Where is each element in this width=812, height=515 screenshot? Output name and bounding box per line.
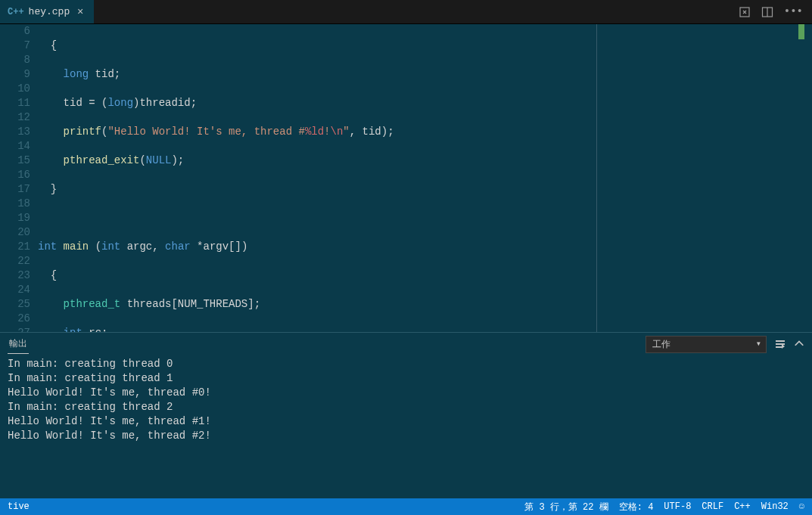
- tabs: C++ hey.cpp ×: [0, 0, 94, 23]
- output-channel-dropdown[interactable]: 工作: [646, 336, 767, 353]
- split-editor-icon[interactable]: [761, 5, 773, 17]
- panel-tab-output[interactable]: 輸出: [8, 334, 29, 354]
- output-panel: 輸出 工作 In main: creating thread 0 In main…: [0, 332, 812, 498]
- panel-chevron-icon[interactable]: [794, 339, 804, 349]
- close-tab-icon[interactable]: ×: [74, 6, 86, 18]
- tab-filename: hey.cpp: [29, 6, 70, 17]
- svg-rect-4: [776, 343, 785, 345]
- status-platform[interactable]: Win32: [761, 501, 789, 512]
- file-tab[interactable]: C++ hey.cpp ×: [0, 0, 94, 23]
- more-actions-icon[interactable]: •••: [784, 5, 803, 17]
- keyword: long: [64, 68, 89, 80]
- compare-icon[interactable]: [739, 5, 751, 17]
- code-text: tid;: [89, 68, 120, 80]
- output-content[interactable]: In main: creating thread 0 In main: crea…: [0, 355, 812, 498]
- status-feedback-icon[interactable]: ☺: [799, 501, 804, 512]
- status-encoding[interactable]: UTF-8: [664, 501, 691, 512]
- svg-rect-3: [776, 340, 785, 342]
- tab-bar: C++ hey.cpp × •••: [0, 0, 812, 24]
- minimap-highlight[interactable]: [798, 24, 804, 39]
- line-gutter: 6789101112131415161718192021222324252627: [0, 24, 38, 332]
- svg-rect-5: [776, 346, 782, 348]
- panel-header: 輸出 工作: [0, 333, 812, 355]
- status-left[interactable]: tive: [8, 501, 30, 512]
- status-bar: tive 第 3 行，第 22 欄 空格: 4 UTF-8 CRLF C++ W…: [0, 498, 812, 515]
- tab-actions: •••: [730, 5, 812, 17]
- status-eol[interactable]: CRLF: [702, 501, 723, 512]
- cpp-file-icon: C++: [8, 7, 24, 17]
- status-cursor-position[interactable]: 第 3 行，第 22 欄: [524, 501, 608, 513]
- status-language[interactable]: C++: [734, 501, 751, 512]
- code-area[interactable]: { long tid; tid = (long)threadid; printf…: [38, 24, 812, 332]
- code-editor[interactable]: 6789101112131415161718192021222324252627…: [0, 24, 812, 332]
- status-indentation[interactable]: 空格: 4: [619, 501, 654, 513]
- clear-output-icon[interactable]: [774, 338, 786, 350]
- editor-ruler: [596, 24, 597, 332]
